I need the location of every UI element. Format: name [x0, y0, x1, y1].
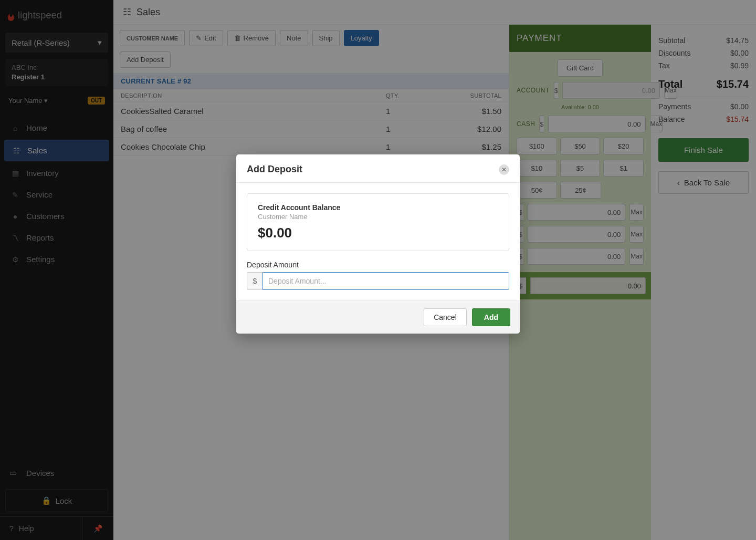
currency-prefix: $ — [247, 272, 262, 290]
modal-overlay[interactable]: Add Deposit ✕ Credit Account Balance Cus… — [0, 0, 756, 540]
cancel-button[interactable]: Cancel — [424, 308, 467, 326]
add-deposit-modal: Add Deposit ✕ Credit Account Balance Cus… — [236, 154, 520, 334]
modal-title: Add Deposit — [247, 164, 302, 175]
card-subtitle: Customer Name — [258, 213, 498, 221]
close-icon[interactable]: ✕ — [499, 164, 509, 175]
card-amount: $0.00 — [258, 225, 498, 241]
add-button[interactable]: Add — [472, 308, 510, 326]
deposit-amount-label: Deposit Amount — [247, 261, 509, 269]
deposit-amount-input[interactable] — [262, 272, 509, 290]
card-title: Credit Account Balance — [258, 203, 498, 212]
credit-balance-card: Credit Account Balance Customer Name $0.… — [247, 193, 509, 251]
